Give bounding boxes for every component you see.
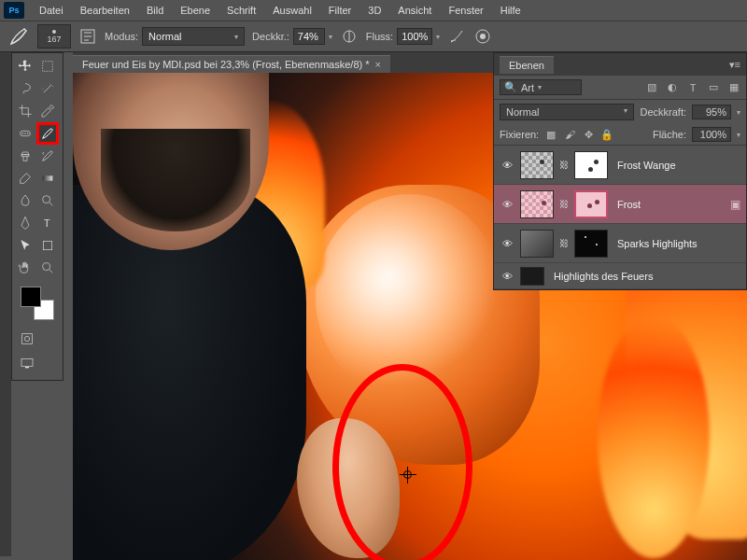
- crop-tool[interactable]: [14, 100, 36, 122]
- layer-thumbnail[interactable]: [520, 151, 554, 179]
- svg-rect-6: [43, 62, 53, 72]
- blur-tool[interactable]: [14, 189, 36, 212]
- blend-row: Normal ▾ Deckkraft: 95% ▾: [494, 100, 746, 124]
- pressure-opacity-icon[interactable]: [340, 27, 359, 46]
- filter-smart-icon[interactable]: ▦: [727, 81, 740, 94]
- lock-all-icon[interactable]: 🔒: [600, 128, 613, 141]
- menu-schrift[interactable]: Schrift: [219, 3, 263, 18]
- mask-thumbnail[interactable]: [574, 190, 608, 218]
- eraser-tool[interactable]: [14, 167, 36, 189]
- hand-tool[interactable]: [14, 257, 36, 279]
- svg-point-10: [27, 133, 28, 133]
- marquee-tool[interactable]: [36, 55, 59, 77]
- brush-size-preset[interactable]: 167: [37, 24, 71, 49]
- screen-mode-toggle[interactable]: [16, 352, 38, 374]
- path-selection-tool[interactable]: [14, 234, 36, 257]
- chevron-down-icon[interactable]: ▾: [737, 131, 740, 139]
- foreground-color[interactable]: [21, 287, 41, 307]
- chevron-down-icon: ▾: [538, 83, 542, 91]
- gradient-tool[interactable]: [36, 167, 59, 189]
- search-icon: 🔍: [504, 81, 517, 93]
- svg-point-3: [454, 39, 456, 41]
- menu-bild[interactable]: Bild: [139, 3, 171, 18]
- layer-row-frost[interactable]: 👁 ⛓ Frost ▣: [494, 185, 746, 224]
- chevron-down-icon[interactable]: ▾: [329, 33, 332, 41]
- visibility-toggle[interactable]: 👁: [500, 199, 514, 210]
- brush-panel-toggle-icon[interactable]: [78, 27, 97, 46]
- close-icon[interactable]: ×: [375, 59, 381, 70]
- layer-thumbnail[interactable]: [520, 190, 554, 218]
- layer-opacity-input[interactable]: 95%: [692, 105, 731, 119]
- layer-thumbnail[interactable]: [520, 230, 554, 258]
- menu-filter[interactable]: Filter: [321, 3, 359, 18]
- lock-row: Fixieren: ▩ 🖌 ✥ 🔒 Fläche: 100% ▾: [494, 124, 746, 146]
- color-swatches[interactable]: [19, 285, 56, 322]
- lock-pixels-icon[interactable]: 🖌: [563, 128, 576, 141]
- layer-blend-mode-select[interactable]: Normal ▾: [500, 104, 634, 120]
- brush-tool-icon[interactable]: [7, 25, 30, 48]
- menu-bearbeiten[interactable]: Bearbeiten: [73, 3, 137, 18]
- lasso-tool[interactable]: [14, 77, 36, 100]
- lock-position-icon[interactable]: ✥: [582, 128, 595, 141]
- menu-ansicht[interactable]: Ansicht: [390, 3, 439, 18]
- eyedropper-tool[interactable]: [36, 100, 59, 122]
- panel-menu-icon[interactable]: ▾≡: [729, 59, 740, 71]
- clone-stamp-tool[interactable]: [14, 145, 36, 167]
- layer-row-sparks[interactable]: 👁 ⛓ Sparks Highlights: [494, 224, 746, 263]
- filter-type-icon[interactable]: T: [686, 81, 699, 94]
- mask-thumbnail[interactable]: [574, 230, 608, 258]
- document-tab[interactable]: Feuer und Eis by MDI.psd bei 23,3% (Fros…: [73, 55, 390, 73]
- filter-pixel-icon[interactable]: ▧: [645, 81, 658, 94]
- zoom-tool[interactable]: [36, 257, 59, 279]
- healing-brush-tool[interactable]: [14, 122, 36, 145]
- svg-text:T: T: [44, 217, 50, 229]
- layer-name[interactable]: Sparks Highlights: [617, 238, 740, 249]
- history-brush-tool[interactable]: [36, 145, 59, 167]
- menu-ebene[interactable]: Ebene: [173, 3, 218, 18]
- visibility-toggle[interactable]: 👁: [500, 238, 514, 249]
- layer-name[interactable]: Highlights des Feuers: [554, 271, 740, 282]
- layer-row-highlights-feuers[interactable]: 👁 Highlights des Feuers: [494, 263, 746, 289]
- lock-transparency-icon[interactable]: ▩: [544, 128, 557, 141]
- pen-tool[interactable]: [14, 212, 36, 234]
- layers-panel: Ebenen ▾≡ 🔍 Art ▾ ▧ ◐ T ▭ ▦ Normal ▾ Dec…: [493, 52, 747, 290]
- mask-thumbnail[interactable]: [574, 151, 608, 179]
- menu-datei[interactable]: Datei: [32, 3, 71, 18]
- left-well: [0, 52, 11, 556]
- fill-input[interactable]: 100%: [692, 127, 731, 142]
- layers-tab[interactable]: Ebenen: [500, 56, 554, 74]
- layer-row-frost-wange[interactable]: 👁 ⛓ Frost Wange: [494, 146, 746, 185]
- visibility-toggle[interactable]: 👁: [500, 160, 514, 171]
- menu-hilfe[interactable]: Hilfe: [493, 3, 529, 18]
- layer-filter-select[interactable]: 🔍 Art ▾: [500, 79, 582, 95]
- lock-label: Fixieren:: [500, 129, 539, 140]
- menu-fenster[interactable]: Fenster: [441, 3, 490, 18]
- layer-thumbnail[interactable]: [520, 267, 544, 286]
- opacity-input[interactable]: 74%: [293, 28, 325, 45]
- move-tool[interactable]: [14, 55, 36, 77]
- menu-3d[interactable]: 3D: [360, 3, 388, 18]
- chevron-down-icon: ▾: [624, 106, 627, 118]
- dodge-tool[interactable]: [36, 189, 59, 212]
- menu-auswahl[interactable]: Auswahl: [265, 3, 319, 18]
- airbrush-icon[interactable]: [447, 27, 466, 46]
- pressure-size-icon[interactable]: [473, 27, 492, 46]
- shape-tool[interactable]: [36, 234, 59, 257]
- brush-tool[interactable]: [36, 122, 59, 145]
- layer-name[interactable]: Frost Wange: [617, 160, 740, 171]
- type-tool[interactable]: T: [36, 212, 59, 234]
- layer-opacity-label: Deckkraft:: [640, 106, 686, 118]
- blend-mode-value: Normal: [506, 106, 539, 118]
- smart-filter-icon[interactable]: ▣: [730, 198, 740, 211]
- layer-name[interactable]: Frost: [617, 199, 725, 210]
- filter-shape-icon[interactable]: ▭: [707, 81, 720, 94]
- chevron-down-icon[interactable]: ▾: [436, 33, 440, 41]
- filter-adjustment-icon[interactable]: ◐: [666, 81, 679, 94]
- blend-mode-select[interactable]: Normal▾: [142, 27, 245, 46]
- svg-rect-19: [25, 367, 29, 368]
- quickmask-toggle[interactable]: [16, 328, 38, 350]
- magic-wand-tool[interactable]: [36, 77, 59, 100]
- visibility-toggle[interactable]: 👁: [500, 271, 514, 282]
- chevron-down-icon[interactable]: ▾: [737, 108, 740, 117]
- flow-input[interactable]: 100%: [397, 28, 432, 45]
